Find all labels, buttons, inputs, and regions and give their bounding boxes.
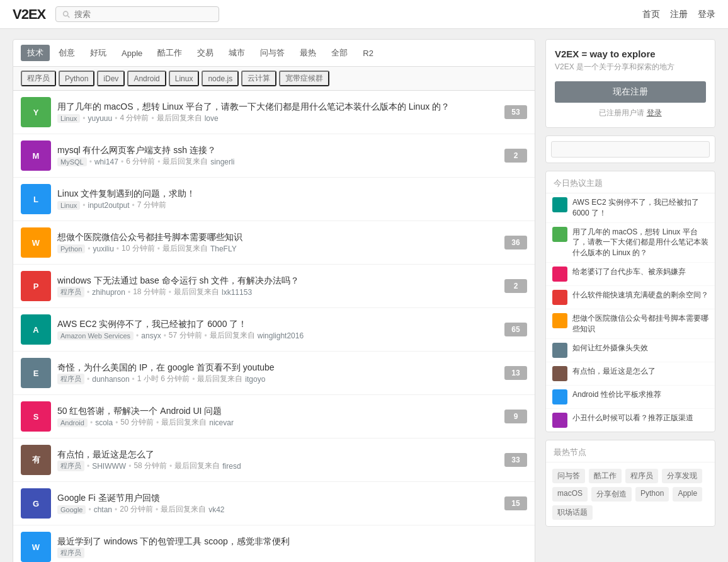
- topic-item: AAWS EC2 实例停不了，我已经被扣了 6000 了！Amazon Web …: [13, 308, 535, 352]
- hot-node-tag[interactable]: 分享发现: [662, 469, 702, 483]
- sub-tab-Android[interactable]: Android: [127, 71, 166, 86]
- topic-title[interactable]: 最近学到了 windows 下的包管理工具 scoop，感觉非常便利: [57, 536, 290, 546]
- nav-home[interactable]: 首页: [642, 9, 660, 20]
- right-search-input[interactable]: [551, 141, 710, 158]
- topic-title[interactable]: 奇怪，为什么美国的 IP，在 google 首页看不到 youtube: [57, 362, 275, 372]
- last-reply-author[interactable]: love: [205, 114, 219, 123]
- sub-tab-node.js[interactable]: node.js: [202, 71, 239, 86]
- topic-author[interactable]: dunhanson: [92, 375, 129, 384]
- last-reply-author[interactable]: singerli: [210, 158, 234, 166]
- last-reply-author[interactable]: nicevar: [209, 418, 234, 427]
- hot-node-tag[interactable]: 分享创造: [591, 487, 632, 502]
- topic-title[interactable]: AWS EC2 实例停不了，我已经被扣了 6000 了！: [57, 319, 247, 329]
- hot-node-tag[interactable]: macOS: [552, 487, 588, 502]
- topic-author[interactable]: whi147: [94, 158, 118, 166]
- nav-login[interactable]: 登录: [698, 9, 715, 20]
- main-tab-酷工作[interactable]: 酷工作: [151, 45, 188, 61]
- last-reply-author[interactable]: vk42: [208, 505, 224, 514]
- hot-node-tag[interactable]: 职场话题: [552, 505, 593, 520]
- hot-topic-item: AWS EC2 实例停不了，我已经被扣了 6000 了！: [546, 193, 715, 223]
- topic-title[interactable]: mysql 有什么网页客户端支持 ssh 连接？: [57, 145, 216, 155]
- topic-tag[interactable]: Amazon Web Services: [57, 331, 134, 340]
- topic-title[interactable]: 用了几年的 macOS，想转 Linux 平台了，请教一下大佬们都是用什么笔记本…: [57, 101, 450, 112]
- topic-author[interactable]: SHIWWW: [92, 462, 126, 471]
- topic-tag[interactable]: Linux: [57, 114, 80, 123]
- sub-tab-Python[interactable]: Python: [59, 71, 94, 86]
- topic-author[interactable]: chtan: [94, 505, 112, 514]
- logo[interactable]: V2EX: [13, 6, 45, 23]
- main-tab-全部[interactable]: 全部: [325, 45, 354, 61]
- topic-content: 有点怕，最近这是怎么了程序员•SHIWWW•58 分钟前•最后回复来自 fire…: [57, 449, 498, 472]
- hot-node-tag[interactable]: Python: [635, 487, 669, 502]
- main-tab-技术[interactable]: 技术: [21, 45, 50, 61]
- main-tab-好玩[interactable]: 好玩: [84, 45, 113, 61]
- nav-register[interactable]: 注册: [670, 9, 688, 20]
- topic-content: 50 红包答谢，帮解决一个 Android UI 问题Android•scola…: [57, 405, 498, 428]
- hot-topic-text[interactable]: 想做个医院微信公众号都挂号脚本需要哪些知识: [572, 313, 708, 335]
- topic-title[interactable]: 想做个医院微信公众号都挂号脚本需要哪些知识: [57, 232, 242, 242]
- hot-topic-text[interactable]: 什么软件能快速填充满硬盘的剩余空间？: [572, 290, 708, 301]
- last-reply-author[interactable]: TheFLY: [210, 244, 237, 253]
- last-reply-author[interactable]: winglight2016: [258, 331, 304, 340]
- topic-author[interactable]: zhihupron: [92, 288, 125, 297]
- topic-tag[interactable]: MySQL: [57, 158, 87, 166]
- topic-tag[interactable]: Android: [57, 418, 88, 427]
- topic-tag[interactable]: 程序员: [57, 374, 84, 384]
- hot-node-tag[interactable]: 问与答: [552, 469, 585, 483]
- main-tab-问与答[interactable]: 问与答: [254, 45, 291, 61]
- topic-title[interactable]: 50 红包答谢，帮解决一个 Android UI 问题: [57, 406, 222, 416]
- topic-author[interactable]: input2output: [88, 201, 130, 210]
- register-button[interactable]: 现在注册: [555, 81, 706, 103]
- svg-line-1: [68, 16, 70, 18]
- topic-author[interactable]: yuxiliu: [93, 244, 113, 253]
- sub-tab-Linux[interactable]: Linux: [169, 71, 200, 86]
- main-tab-R2[interactable]: R2: [356, 46, 380, 60]
- topic-avatar: L: [21, 184, 51, 214]
- hot-topic-text[interactable]: 如何让红外摄像头失效: [572, 343, 708, 353]
- hot-topic-text[interactable]: 给老婆订了台代步车、被亲妈嫌弃: [572, 267, 708, 277]
- topic-author[interactable]: ansyx: [141, 331, 161, 340]
- sub-tab-程序员[interactable]: 程序员: [21, 71, 56, 86]
- topic-title[interactable]: Google Fi 圣诞节用户回馈: [57, 493, 160, 503]
- hot-topic-item: 小丑什么时候可以看？推荐正版渠道: [546, 409, 715, 432]
- main-tab-最热[interactable]: 最热: [293, 45, 322, 61]
- topic-title[interactable]: windows 下无法通过 base 命令运行 sh 文件，有解决办法吗？: [57, 275, 299, 285]
- sub-tab-宽带症候群[interactable]: 宽带症候群: [279, 71, 329, 86]
- topic-tag[interactable]: 程序员: [57, 287, 84, 297]
- main-tab-城市[interactable]: 城市: [222, 45, 251, 61]
- last-reply-author[interactable]: itgoyo: [245, 375, 265, 384]
- hot-topic-text[interactable]: 用了几年的 macOS，想转 Linux 平台了，请教一下大佬们都是用什么笔记本…: [572, 227, 708, 258]
- sub-tab-iDev[interactable]: iDev: [97, 71, 125, 86]
- hot-node-tag[interactable]: 酷工作: [589, 469, 622, 483]
- main-tab-Apple[interactable]: Apple: [115, 46, 149, 60]
- topic-avatar: 有: [21, 445, 51, 475]
- hot-topic-avatar: [552, 197, 567, 212]
- hot-node-tag[interactable]: Apple: [673, 487, 702, 502]
- sub-tab-云计算[interactable]: 云计算: [241, 71, 276, 86]
- last-reply-author[interactable]: firesd: [222, 462, 241, 471]
- topic-tag[interactable]: Python: [57, 244, 85, 253]
- hot-topic-text[interactable]: AWS EC2 实例停不了，我已经被扣了 6000 了！: [572, 197, 708, 219]
- topic-meta: Amazon Web Services•ansyx•57 分钟前•最后回复来自 …: [57, 330, 498, 341]
- main-tab-创意[interactable]: 创意: [52, 45, 81, 61]
- hot-node-tag[interactable]: 程序员: [625, 469, 658, 483]
- topic-tag[interactable]: 程序员: [57, 461, 84, 471]
- topic-author[interactable]: scola: [95, 418, 113, 427]
- hot-topic-text[interactable]: Android 性价比平板求推荐: [572, 389, 708, 400]
- search-input[interactable]: [74, 9, 212, 19]
- topic-content: windows 下无法通过 base 命令运行 sh 文件，有解决办法吗？程序员…: [57, 275, 498, 298]
- hot-topic-text[interactable]: 有点怕，最近这是怎么了: [572, 366, 708, 377]
- login-link[interactable]: 登录: [647, 108, 662, 117]
- last-reply-author[interactable]: lxk11153: [222, 288, 252, 297]
- topic-title[interactable]: 有点怕，最近这是怎么了: [57, 449, 154, 459]
- topic-replies-count: 13: [504, 366, 527, 380]
- topic-tag[interactable]: Linux: [57, 201, 80, 210]
- topic-tag[interactable]: 程序员: [57, 548, 84, 558]
- main-tab-交易[interactable]: 交易: [191, 45, 220, 61]
- topic-tag[interactable]: Google: [57, 505, 86, 514]
- hot-topics-title: 今日热议主题: [546, 171, 715, 193]
- topic-author[interactable]: yuyuuu: [88, 114, 113, 123]
- topic-replies-count: 2: [504, 149, 527, 163]
- hot-topic-text[interactable]: 小丑什么时候可以看？推荐正版渠道: [572, 413, 708, 423]
- topic-title[interactable]: Linux 文件复制遇到的问题，求助！: [57, 188, 195, 198]
